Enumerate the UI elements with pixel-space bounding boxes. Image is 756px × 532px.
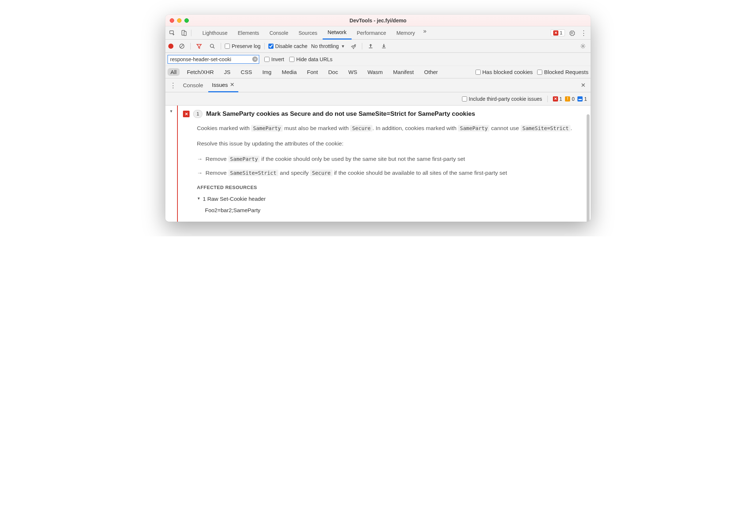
svg-point-7 [353,48,354,49]
drawer-tab-issues[interactable]: Issues ✕ [208,78,238,92]
network-settings-icon[interactable] [578,41,588,51]
issue-counts: ✕ 1 ! 0 ▬ 1 [553,96,587,102]
drawer-tab-issues-label: Issues [212,82,228,88]
warning-icon: ! [565,96,570,101]
devtools-window: DevTools - jec.fyi/demo Lighthouse Eleme… [165,15,591,222]
error-count-badge[interactable]: ✕ 1 [551,29,565,36]
info-issue-count[interactable]: ▬ 1 [577,96,587,102]
arrow-icon: → [197,169,203,177]
issue-description: Cookies marked with SameParty must also … [183,124,583,214]
type-other[interactable]: Other [421,68,441,76]
issue-severity-icon: ✕ [183,111,190,117]
close-drawer-icon[interactable]: ✕ [578,81,588,90]
kebab-menu-icon[interactable]: ⋮ [579,28,588,38]
svg-line-4 [180,44,183,47]
titlebar: DevTools - jec.fyi/demo [165,15,591,26]
settings-icon[interactable] [567,28,577,38]
upload-har-icon[interactable] [366,41,375,51]
filter-input-wrap: ✕ [168,55,259,64]
tab-network[interactable]: Network [323,26,352,40]
type-font[interactable]: Font [304,68,321,76]
has-blocked-cookies-label: Has blocked cookies [482,69,533,75]
type-doc[interactable]: Doc [325,68,341,76]
error-icon: ✕ [553,30,558,36]
divider [190,43,191,49]
type-js[interactable]: JS [221,68,234,76]
svg-line-6 [213,47,215,48]
divider [547,96,548,102]
divider [264,43,265,49]
divider [362,43,362,49]
issue-header[interactable]: ✕ 1 Mark SameParty cookies as Secure and… [183,109,583,119]
svg-rect-9 [369,48,373,48]
tab-elements[interactable]: Elements [233,26,264,40]
issue-title: Mark SameParty cookies as Secure and do … [206,109,475,119]
network-controls: Preserve log Disable cache No throttling… [165,40,591,53]
tab-sources[interactable]: Sources [293,26,322,40]
device-toolbar-icon[interactable] [179,28,189,38]
type-all[interactable]: All [168,68,180,76]
type-filter-row: All Fetch/XHR JS CSS Img Media Font Doc … [165,66,591,78]
tab-performance[interactable]: Performance [352,26,391,40]
clear-icon[interactable] [177,41,187,51]
throttling-value: No throttling [311,43,339,49]
scrollbar[interactable] [587,114,590,222]
type-wasm[interactable]: Wasm [364,68,386,76]
drawer-tab-console[interactable]: Console [179,78,207,92]
hide-data-urls-checkbox[interactable]: Hide data URLs [289,56,333,62]
clear-filter-icon[interactable]: ✕ [252,56,258,62]
type-media[interactable]: Media [279,68,300,76]
svg-rect-2 [184,32,186,36]
affected-resources-label: AFFECTED RESOURCES [197,184,583,191]
tab-console[interactable]: Console [264,26,293,40]
main-toolbar: Lighthouse Elements Console Sources Netw… [165,26,591,40]
svg-rect-10 [382,48,386,48]
svg-point-11 [582,45,584,47]
invert-label: Invert [271,56,284,62]
network-conditions-icon[interactable] [349,41,358,51]
has-blocked-cookies-checkbox[interactable]: Has blocked cookies [476,69,533,75]
type-ws[interactable]: WS [345,68,360,76]
type-img[interactable]: Img [259,68,274,76]
filter-input[interactable] [168,55,259,64]
drawer-tabs: ⋮ Console Issues ✕ ✕ [165,78,591,92]
issue-gutter: ▼ [165,106,178,222]
collapse-icon[interactable]: ▼ [169,109,173,113]
resolution-step-2: → Remove SameSite=Strict and specify Sec… [197,169,583,177]
download-har-icon[interactable] [379,41,389,51]
preserve-log-label: Preserve log [232,43,261,49]
search-icon[interactable] [208,41,217,51]
filter-icon[interactable] [194,41,204,51]
type-css[interactable]: CSS [238,68,255,76]
svg-rect-0 [170,31,173,34]
blocked-requests-label: Blocked Requests [544,69,588,75]
blocked-requests-checkbox[interactable]: Blocked Requests [537,69,588,75]
affected-resources: ▼ 1 Raw Set-Cookie header Foo2=bar2;Same… [197,195,583,215]
issue-panel: ▼ ✕ 1 Mark SameParty cookies as Secure a… [165,106,591,222]
divider [221,43,221,49]
inspect-element-icon[interactable] [168,28,177,38]
include-third-party-checkbox[interactable]: Include third-party cookie issues [462,96,542,102]
issue-main: ✕ 1 Mark SameParty cookies as Secure and… [178,106,591,222]
tab-memory[interactable]: Memory [391,26,420,40]
tab-lighthouse[interactable]: Lighthouse [197,26,233,40]
type-manifest[interactable]: Manifest [390,68,417,76]
close-tab-icon[interactable]: ✕ [230,81,235,88]
disable-cache-label: Disable cache [275,43,308,49]
disable-cache-checkbox[interactable]: Disable cache [268,43,308,49]
drawer-kebab-icon[interactable]: ⋮ [168,81,178,90]
affected-resource-header[interactable]: ▼ 1 Raw Set-Cookie header [197,195,583,203]
type-fetch-xhr[interactable]: Fetch/XHR [184,68,217,76]
throttling-select[interactable]: No throttling ▼ [311,43,345,49]
invert-checkbox[interactable]: Invert [264,56,284,62]
window-title: DevTools - jec.fyi/demo [165,18,591,23]
issues-filter-bar: Include third-party cookie issues ✕ 1 ! … [165,92,591,106]
warning-issue-count[interactable]: ! 0 [565,96,575,102]
preserve-log-checkbox[interactable]: Preserve log [225,43,261,49]
hide-data-urls-label: Hide data URLs [296,56,333,62]
more-tabs-icon[interactable]: » [420,26,430,36]
arrow-icon: → [197,155,203,163]
record-button[interactable] [168,44,173,49]
error-issue-count[interactable]: ✕ 1 [553,96,562,102]
filter-row: ✕ Invert Hide data URLs [165,53,591,66]
